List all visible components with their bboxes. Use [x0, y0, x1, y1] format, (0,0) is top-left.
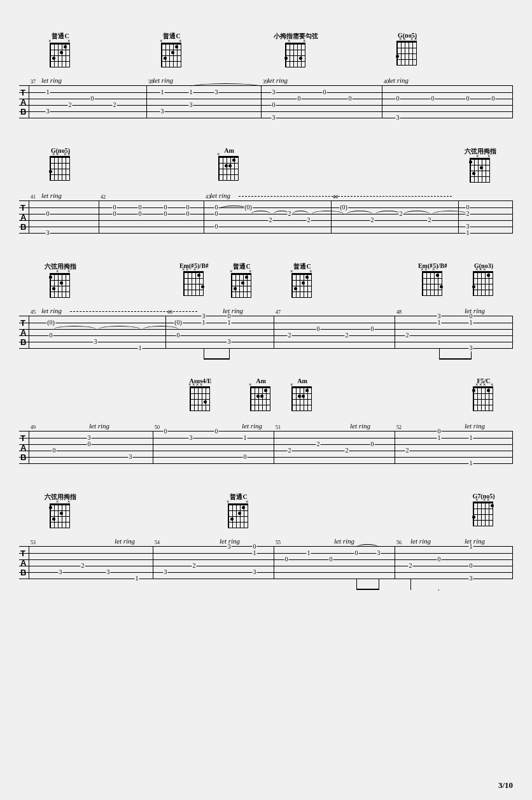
let-ring-label: let ring: [465, 422, 485, 430]
let-ring-label: let ring: [41, 307, 62, 314]
tab-note: 2: [466, 211, 470, 217]
bar-number: 50: [155, 425, 160, 430]
chord-row: Asus4/E ×××× Am ×: [19, 377, 513, 422]
tab-note: 0: [316, 326, 321, 332]
tab-note: 2: [288, 211, 292, 217]
bar-number: 38: [148, 79, 153, 85]
tab-note: 0: [469, 563, 473, 569]
tab-note: 3: [227, 339, 232, 345]
tab-note: 0: [491, 95, 496, 102]
chord-diagram: ×: [218, 157, 240, 182]
tab-note: 0: [186, 211, 190, 217]
tab-note: 0: [46, 211, 50, 217]
tab-note: 0: [329, 556, 333, 563]
tab-note: 2: [307, 217, 311, 223]
tab-note: 3: [94, 339, 98, 345]
tab-note: 1: [437, 319, 442, 326]
chord-block: 六弦用拇指 ××: [461, 147, 500, 184]
chord-name: Am: [242, 377, 280, 384]
tab-b: B: [20, 222, 26, 232]
tab-note: 3: [46, 108, 50, 115]
chord-block: G(no3) ×××: [465, 262, 503, 297]
tab-note: 1: [135, 575, 139, 582]
chord-block: 普通C ××: [41, 32, 80, 69]
tab-note: 1: [253, 550, 257, 556]
let-ring-dash: [70, 311, 197, 312]
tab-note: 3: [396, 115, 400, 121]
tab-note: 3: [377, 550, 381, 556]
tab-note: 3: [272, 89, 276, 95]
chord-diagram: ××: [50, 504, 71, 530]
bar-number: 52: [396, 425, 402, 430]
chord-block: 普通C ××: [223, 262, 261, 299]
bar-number: 42: [101, 194, 106, 200]
chord-diagram: ××: [228, 504, 249, 530]
chord-block: F5/C ××××: [465, 377, 503, 412]
tab-note: 3: [106, 569, 111, 575]
tab-note: 1: [138, 345, 143, 351]
tab-t: T: [20, 318, 25, 328]
tab-note: 0: [370, 441, 375, 447]
chord-diagram: ××××: [396, 41, 418, 67]
tab-note: 1: [437, 435, 442, 441]
chord-diagram: ×××: [422, 272, 444, 297]
tab-note: (0): [46, 319, 55, 326]
tab-note: 2: [192, 563, 197, 569]
let-ring-label: let ring: [153, 76, 173, 84]
tab-note: 0: [243, 454, 248, 460]
chord-diagram: ×××: [473, 272, 494, 297]
tab-system-2: G(no5) ×××× Am × 六弦用拇指: [19, 147, 513, 234]
tab-note: 3: [272, 115, 276, 121]
bar-number: 51: [276, 425, 281, 430]
tab-staff: T A B 53 54 55 56 . 3 2 3 1 3 2 3 0: [19, 546, 513, 579]
tab-note: 1: [46, 89, 50, 95]
tab-a: A: [20, 213, 26, 222]
tab-note: 1: [307, 550, 311, 556]
tab-b: B: [20, 568, 26, 577]
chord-block: Am ×: [242, 377, 280, 412]
tab-note: 0: [214, 428, 219, 435]
let-ring-label: let ring: [388, 76, 409, 84]
tab-note: 0: [437, 556, 442, 563]
tab-note: 0: [52, 447, 57, 454]
tab-note: 0: [113, 211, 117, 217]
tab-staff: T A B 49 50 51 52 0 3 0 3 0 3 0 1 0 2 2 …: [19, 431, 513, 464]
tab-note: 1: [227, 319, 232, 326]
tab-note: 3: [469, 575, 473, 582]
tab-system-5: 六弦用拇指 ×× 普通C ××: [19, 493, 513, 579]
let-ring-label: let ring: [115, 537, 135, 545]
let-ring-label: let ring: [465, 307, 485, 314]
let-ring-label: let ring: [267, 76, 288, 84]
chord-diagram: ×: [291, 387, 313, 412]
tab-a: A: [20, 328, 26, 337]
tab-note: 0: [431, 95, 435, 102]
tab-note: 1: [469, 319, 473, 326]
chord-block: 普通C ××: [220, 493, 258, 530]
tab-note: 2: [409, 563, 413, 569]
tab-note: 2: [370, 217, 375, 223]
tab-a: A: [20, 558, 26, 568]
let-ring-label: let ring: [465, 537, 485, 545]
bar-number: 48: [396, 309, 402, 315]
chord-diagram: ××: [285, 43, 307, 69]
chord-name: 普通C: [220, 493, 258, 502]
chord-diagram: ××××: [50, 157, 71, 182]
bar-number: 47: [276, 309, 281, 315]
tab-note: 3: [189, 435, 193, 441]
chord-diagram: ××: [161, 43, 183, 69]
bar-number: 45: [31, 309, 36, 315]
tab-note: (0): [174, 319, 183, 326]
tab-b: B: [20, 107, 26, 116]
chord-diagram: ×××: [473, 502, 494, 528]
let-ring-label: let ring: [41, 76, 62, 84]
chord-row: 六弦用拇指 ×× Em(♯5)/B♯ ×××: [19, 262, 513, 307]
tab-note: 0: [87, 441, 92, 447]
tab-staff: T A B 41 42 43 44 0 3 0 0 0: [19, 200, 513, 234]
tab-note: 0: [138, 211, 143, 217]
tab-note: 0: [370, 326, 375, 332]
tab-note: 0: [214, 211, 219, 217]
tab-note: 0: [49, 332, 53, 339]
tab-note: 3: [164, 569, 168, 575]
chord-name: Am: [210, 147, 248, 154]
tab-note: 0: [90, 95, 95, 102]
